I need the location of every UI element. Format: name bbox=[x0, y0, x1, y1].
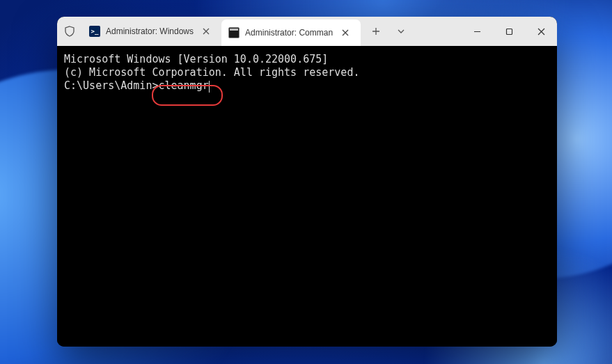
desktop-background: >_ Administrator: Windows Administrator:… bbox=[0, 0, 612, 364]
terminal-pane[interactable]: Microsoft Windows [Version 10.0.22000.67… bbox=[57, 46, 557, 347]
text-caret bbox=[209, 81, 210, 93]
tab-strip: >_ Administrator: Windows Administrator:… bbox=[82, 17, 361, 46]
tab-label: Administrator: Windows bbox=[106, 26, 194, 36]
minimize-button[interactable] bbox=[461, 17, 493, 46]
terminal-prompt: C:\Users\Admin> bbox=[64, 79, 158, 93]
svg-rect-0 bbox=[506, 29, 512, 34]
powershell-icon: >_ bbox=[89, 26, 100, 37]
close-button[interactable] bbox=[525, 17, 557, 46]
window-titlebar[interactable]: >_ Administrator: Windows Administrator:… bbox=[57, 17, 557, 46]
terminal-window: >_ Administrator: Windows Administrator:… bbox=[57, 17, 557, 347]
cmd-icon bbox=[228, 27, 240, 38]
terminal-output-line: Microsoft Windows [Version 10.0.22000.67… bbox=[64, 53, 550, 66]
new-tab-button[interactable] bbox=[363, 17, 389, 46]
tab-label: Administrator: Comman bbox=[245, 28, 333, 38]
tab-cmd[interactable]: Administrator: Comman bbox=[221, 19, 361, 46]
tab-dropdown-button[interactable] bbox=[389, 17, 414, 46]
tab-actions bbox=[363, 17, 414, 46]
terminal-prompt-line: C:\Users\Admin>cleanmgr bbox=[64, 79, 550, 93]
uac-shield-icon bbox=[57, 17, 82, 46]
maximize-button[interactable] bbox=[493, 17, 525, 46]
tab-close-button[interactable] bbox=[199, 24, 213, 38]
terminal-command-input[interactable]: cleanmgr bbox=[158, 79, 208, 93]
window-controls bbox=[461, 17, 557, 46]
tab-close-button[interactable] bbox=[338, 26, 352, 40]
terminal-output-line: (c) Microsoft Corporation. All rights re… bbox=[64, 66, 550, 79]
tab-powershell[interactable]: >_ Administrator: Windows bbox=[82, 17, 221, 46]
